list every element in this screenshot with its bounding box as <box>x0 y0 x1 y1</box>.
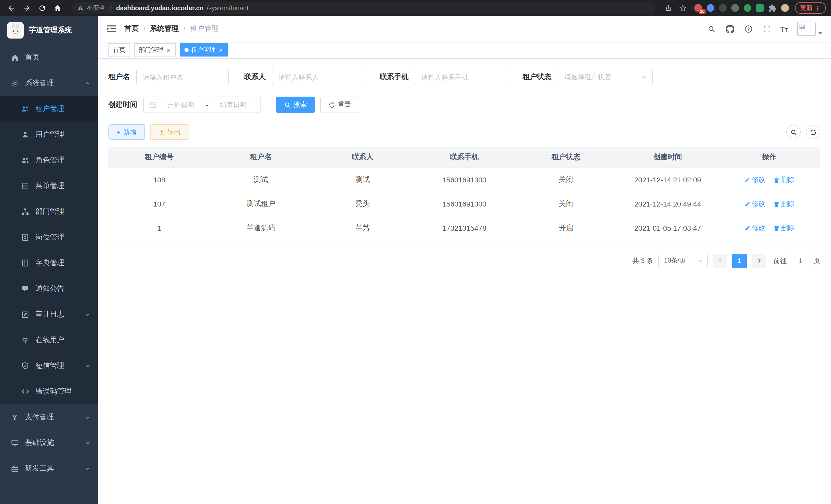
chevron-down-icon <box>641 74 647 80</box>
sidebar-item-dict-management[interactable]: 字典管理 <box>0 250 98 276</box>
user-menu[interactable] <box>797 22 823 36</box>
help-icon[interactable]: ? <box>743 23 754 34</box>
prev-page-button[interactable] <box>713 254 727 268</box>
sitemap-icon <box>21 207 29 216</box>
pencil-icon <box>744 201 750 207</box>
edit-link[interactable]: 修改 <box>744 223 765 233</box>
pencil-icon <box>744 225 750 231</box>
phone-input[interactable] <box>415 69 507 85</box>
cell-actions: 修改删除 <box>718 168 820 191</box>
sidebar-item-dept-management[interactable]: 部门管理 <box>0 199 98 225</box>
back-icon[interactable] <box>5 2 18 14</box>
home-icon <box>10 53 19 62</box>
breadcrumb-current: 租户管理 <box>190 24 219 33</box>
date-range-picker[interactable]: 开始日期 - 结束日期 <box>143 97 261 113</box>
address-bar[interactable]: 不安全 dashboard.yudao.iocoder.cn/system/te… <box>71 2 655 14</box>
export-button[interactable]: 导出 <box>150 124 189 140</box>
sidebar-item-post-management[interactable]: 岗位管理 <box>0 225 98 250</box>
sidebar-item-notice[interactable]: 通知公告 <box>0 276 98 302</box>
tab-tenant-management[interactable]: 租户管理 × <box>180 43 228 57</box>
toggle-search-button[interactable] <box>786 125 801 139</box>
delete-link[interactable]: 删除 <box>773 175 795 184</box>
tab-dept-management[interactable]: 部门管理 × <box>134 43 175 57</box>
github-icon[interactable] <box>724 23 736 34</box>
breadcrumb-home[interactable]: 首页 <box>124 24 139 33</box>
sidebar-item-error-code[interactable]: 错误码管理 <box>0 379 98 404</box>
cell-actions: 修改删除 <box>718 191 820 216</box>
book-icon <box>21 259 29 267</box>
reset-button[interactable]: 重置 <box>320 97 359 113</box>
sidebar-item-role-management[interactable]: 角色管理 <box>0 147 98 173</box>
cell-created: 2021-12-14 21:02:09 <box>617 168 718 191</box>
col-phone: 联系手机 <box>413 147 515 168</box>
users-icon <box>21 156 29 165</box>
forward-icon[interactable] <box>21 2 33 14</box>
sidebar-item-sms-management[interactable]: 短信管理 <box>0 353 98 379</box>
add-button-label: 新增 <box>123 127 137 137</box>
delete-link[interactable]: 删除 <box>773 199 795 208</box>
cell-tenant-id: 1 <box>109 216 210 240</box>
system-management-submenu: 租户管理 用户管理 角色管理 <box>0 96 98 404</box>
refresh-icon <box>810 129 816 136</box>
tags-view: 首页 部门管理 × 租户管理 × <box>98 41 831 59</box>
extensions-puzzle-icon[interactable] <box>768 4 776 12</box>
chrome-update-button[interactable]: 更新 ⋮ <box>795 2 826 14</box>
page-number-1[interactable]: 1 <box>732 254 747 268</box>
delete-link[interactable]: 删除 <box>773 223 795 233</box>
close-icon[interactable]: × <box>166 47 171 53</box>
next-page-button[interactable] <box>752 254 766 268</box>
sidebar-item-pay-management[interactable]: ¥ 支付管理 <box>0 404 98 430</box>
extension-icon[interactable] <box>731 4 739 12</box>
sidebar-item-menu-management[interactable]: 菜单管理 <box>0 173 98 199</box>
fullscreen-icon[interactable] <box>762 23 773 34</box>
sidebar-item-user-management[interactable]: 用户管理 <box>0 122 98 147</box>
extension-icon[interactable] <box>719 4 727 12</box>
home-icon[interactable] <box>51 2 64 14</box>
breadcrumb-system[interactable]: 系统管理 <box>150 24 179 33</box>
sidebar-item-home[interactable]: 首页 <box>0 45 98 70</box>
top-navbar: 首页 / 系统管理 / 租户管理 ? <box>98 16 831 41</box>
goto-page-input[interactable] <box>790 254 810 268</box>
edit-link[interactable]: 修改 <box>744 199 765 208</box>
search-button[interactable]: 搜索 <box>276 97 315 113</box>
tenant-name-input[interactable] <box>136 69 229 85</box>
page-size-select[interactable]: 10条/页 <box>658 254 708 268</box>
cell-phone: 17321315478 <box>413 216 515 240</box>
font-size-icon[interactable]: TT <box>780 25 788 33</box>
tab-home[interactable]: 首页 <box>109 43 130 57</box>
refresh-button[interactable] <box>806 125 820 139</box>
sidebar-item-audit-log[interactable]: 审计日志 <box>0 302 98 327</box>
page-unit-label: 页 <box>813 256 820 265</box>
warning-icon <box>77 5 84 11</box>
gear-icon <box>10 79 19 88</box>
search-icon[interactable] <box>706 23 717 34</box>
toolbox-icon <box>10 464 19 473</box>
extension-icon[interactable] <box>744 4 751 12</box>
contact-input[interactable] <box>272 69 364 85</box>
cell-created: 2021-12-14 20:49:44 <box>617 191 718 216</box>
extension-icon[interactable] <box>756 4 764 12</box>
bookmark-star-icon[interactable] <box>677 2 688 13</box>
sidebar-item-online-users[interactable]: 在线用户 <box>0 327 98 353</box>
add-button[interactable]: + 新增 <box>109 124 145 140</box>
profile-avatar-icon[interactable] <box>781 4 789 12</box>
reload-icon[interactable] <box>36 2 48 14</box>
start-date-placeholder: 开始日期 <box>159 100 203 110</box>
close-icon[interactable]: × <box>218 47 223 53</box>
logo[interactable]: 芋道管理系统 <box>0 16 98 45</box>
extension-icon[interactable] <box>707 4 714 12</box>
users-icon <box>21 105 29 113</box>
table-row: 108 测试 测试 15601691300 关闭 2021-12-14 21:0… <box>109 168 820 191</box>
sidebar-item-tenant-management[interactable]: 租户管理 <box>0 96 98 122</box>
sidebar-item-label: 字典管理 <box>35 259 64 268</box>
edit-link[interactable]: 修改 <box>744 175 765 184</box>
sidebar-item-label: 首页 <box>25 53 39 62</box>
cell-tenant-id: 107 <box>109 191 210 216</box>
extension-icon[interactable]: 10 <box>694 4 702 12</box>
sidebar-item-system-management[interactable]: 系统管理 <box>0 70 98 96</box>
share-icon[interactable] <box>662 2 674 13</box>
sidebar-collapse-icon[interactable] <box>106 23 117 34</box>
status-select[interactable]: 请选择租户状态 <box>557 69 653 85</box>
sidebar-item-dev-tools[interactable]: 研发工具 <box>0 456 98 481</box>
sidebar-item-infrastructure[interactable]: 基础设施 <box>0 430 98 456</box>
